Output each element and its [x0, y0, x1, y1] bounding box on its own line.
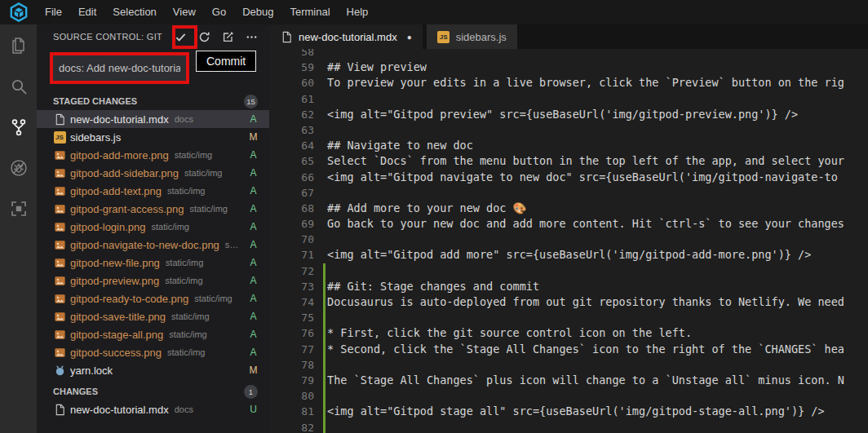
- scm-file-row[interactable]: yarn.lock M: [37, 361, 269, 379]
- scm-file-row[interactable]: gitpod-save-title.png static/img A: [37, 307, 269, 325]
- source-control-panel: SOURCE CONTROL: GIT STAGED CHANGES 15 ne…: [37, 24, 269, 433]
- scm-file-row[interactable]: gitpod-grant-access.png static/img A: [37, 200, 269, 218]
- code-text: <img alt="Gitpod add more" src={useBaseU…: [327, 247, 811, 263]
- gutter-change-indicator: [314, 185, 327, 201]
- code-line[interactable]: 61: [269, 91, 868, 107]
- git-status-letter: A: [249, 149, 258, 161]
- activity-debug[interactable]: [9, 158, 29, 178]
- scm-file-row[interactable]: gitpod-new-file.png static/img A: [37, 254, 269, 272]
- menu-item[interactable]: Debug: [234, 0, 281, 24]
- menu-item[interactable]: Terminal: [281, 0, 338, 24]
- code-line[interactable]: 64 ## Navigate to new doc: [269, 138, 868, 153]
- scm-file-row[interactable]: gitpod-stage-all.png static/img A: [37, 325, 269, 343]
- scm-file-row[interactable]: gitpod-success.png static/img A: [37, 343, 269, 361]
- gutter-change-indicator: [314, 310, 327, 325]
- scm-file-row[interactable]: new-doc-tutorial.mdx docs A: [37, 110, 269, 128]
- code-text: <img alt="Gitpod navigate to new doc" sr…: [327, 170, 838, 185]
- code-lines: 58 59 ## View preview 60 To preview your…: [269, 49, 868, 433]
- code-line[interactable]: 75: [269, 310, 868, 325]
- scm-file-row[interactable]: gitpod-login.png static/img A: [37, 218, 269, 236]
- more-actions-button[interactable]: [245, 30, 258, 43]
- code-line[interactable]: 70: [269, 232, 868, 247]
- code-area[interactable]: 58 59 ## View preview 60 To preview your…: [269, 49, 868, 433]
- menu-item[interactable]: Edit: [70, 0, 104, 24]
- file-name: gitpod-add-sidebar.png: [70, 167, 179, 179]
- code-line[interactable]: 71 <img alt="Gitpod add more" src={useBa…: [269, 247, 868, 263]
- code-line[interactable]: 68 ## Add more to your new doc 🎨: [269, 201, 868, 216]
- image-icon: [53, 202, 66, 215]
- gutter-change-indicator: [314, 201, 327, 216]
- code-line[interactable]: 63: [269, 122, 868, 138]
- code-line[interactable]: 60 To preview your edits in a live brows…: [269, 75, 868, 91]
- code-line[interactable]: 82: [269, 420, 868, 433]
- menu-item[interactable]: Selection: [104, 0, 164, 24]
- scm-file-row[interactable]: gitpod-add-text.png static/img A: [37, 182, 269, 200]
- code-line[interactable]: 78: [269, 357, 868, 373]
- code-line[interactable]: 59 ## View preview: [269, 60, 868, 75]
- activity-explorer[interactable]: [9, 36, 29, 55]
- scm-file-row[interactable]: gitpod-ready-to-code.png static/img A: [37, 289, 269, 307]
- file-name: gitpod-ready-to-code.png: [70, 293, 188, 305]
- edit-button[interactable]: [221, 30, 234, 43]
- code-line[interactable]: 81 <img alt="Gitpod stage all" src={useB…: [269, 404, 868, 419]
- file-icon: [280, 30, 293, 43]
- refresh-button[interactable]: [197, 30, 210, 43]
- git-status-letter: A: [249, 329, 258, 340]
- code-line[interactable]: 73 ## Git: Stage changes and commit: [269, 279, 868, 294]
- commit-message-input[interactable]: [53, 55, 186, 81]
- code-line[interactable]: 66 <img alt="Gitpod navigate to new doc"…: [269, 170, 868, 185]
- file-folder: static/img: [167, 186, 245, 196]
- code-line[interactable]: 62 <img alt="Gitpod preview" src={useBas…: [269, 107, 868, 122]
- code-text: Select `Docs` from the menu button in th…: [327, 153, 844, 169]
- code-line[interactable]: 58: [269, 49, 868, 60]
- yarn-icon: [53, 364, 66, 377]
- code-text: To preview your edits in a live browser,…: [327, 75, 844, 91]
- file-folder: static/img: [169, 329, 245, 339]
- menu-item[interactable]: Help: [339, 0, 377, 24]
- menu-item[interactable]: File: [37, 0, 70, 24]
- code-line[interactable]: 76 * First, click the git source control…: [269, 325, 868, 341]
- scm-file-row[interactable]: gitpod-navigate-to-new-doc.png s… A: [37, 236, 269, 254]
- file-name: gitpod-grant-access.png: [70, 203, 184, 215]
- scm-file-row[interactable]: gitpod-preview.png static/img A: [37, 272, 269, 289]
- line-number: 68: [269, 201, 314, 216]
- line-number: 58: [269, 49, 314, 60]
- code-line[interactable]: 67: [269, 185, 868, 201]
- code-line[interactable]: 79 The `Stage All Changes` plus icon wil…: [269, 373, 868, 388]
- menu-item[interactable]: Go: [204, 0, 234, 24]
- code-line[interactable]: 77 * Second, click the `Stage All Change…: [269, 342, 868, 357]
- scm-file-list: STAGED CHANGES 15 new-doc-tutorial.mdx d…: [37, 92, 269, 418]
- tab-sidebars-js[interactable]: JS sidebars.js: [427, 24, 517, 49]
- changes-count-badge: 1: [244, 385, 258, 399]
- tab-new-doc-tutorial-mdx[interactable]: new-doc-tutorial.mdx ●: [269, 24, 423, 49]
- changes-header[interactable]: CHANGES 1: [37, 382, 269, 400]
- gutter-change-indicator: [314, 373, 327, 388]
- file-name: gitpod-save-title.png: [70, 311, 166, 323]
- scm-file-row[interactable]: gitpod-add-more.png static/img A: [37, 146, 269, 164]
- scm-file-row[interactable]: JS sidebars.js M: [37, 128, 269, 146]
- commit-button[interactable]: [174, 30, 187, 43]
- code-line[interactable]: 65 Select `Docs` from the menu button in…: [269, 153, 868, 169]
- tab-label: new-doc-tutorial.mdx: [299, 31, 397, 43]
- scm-file-row[interactable]: new-doc-tutorial.mdx docs U: [37, 400, 269, 418]
- activity-extensions[interactable]: [9, 199, 29, 219]
- staged-count-badge: 15: [244, 95, 258, 108]
- tab-label: sidebars.js: [456, 31, 507, 43]
- image-icon: [53, 346, 66, 359]
- code-line[interactable]: 69 Go back to your new doc and add more …: [269, 216, 868, 232]
- code-line[interactable]: 80: [269, 388, 868, 404]
- gitpod-logo-icon[interactable]: [0, 0, 37, 24]
- scm-file-row[interactable]: gitpod-add-sidebar.png static/img A: [37, 164, 269, 182]
- code-line[interactable]: 72: [269, 263, 868, 279]
- file-name: gitpod-navigate-to-new-doc.png: [70, 239, 219, 251]
- activity-search[interactable]: [9, 77, 29, 96]
- gutter-change-indicator: [314, 75, 327, 91]
- activity-source-control[interactable]: [9, 117, 29, 137]
- line-number: 82: [269, 420, 314, 433]
- code-line[interactable]: 74 Docusaurus is auto-deployed from out …: [269, 294, 868, 310]
- menu-item[interactable]: View: [165, 0, 204, 24]
- git-status-letter: U: [249, 404, 258, 415]
- source-control-header: SOURCE CONTROL: GIT: [37, 24, 269, 49]
- line-number: 65: [269, 153, 314, 169]
- staged-changes-header[interactable]: STAGED CHANGES 15: [37, 92, 269, 110]
